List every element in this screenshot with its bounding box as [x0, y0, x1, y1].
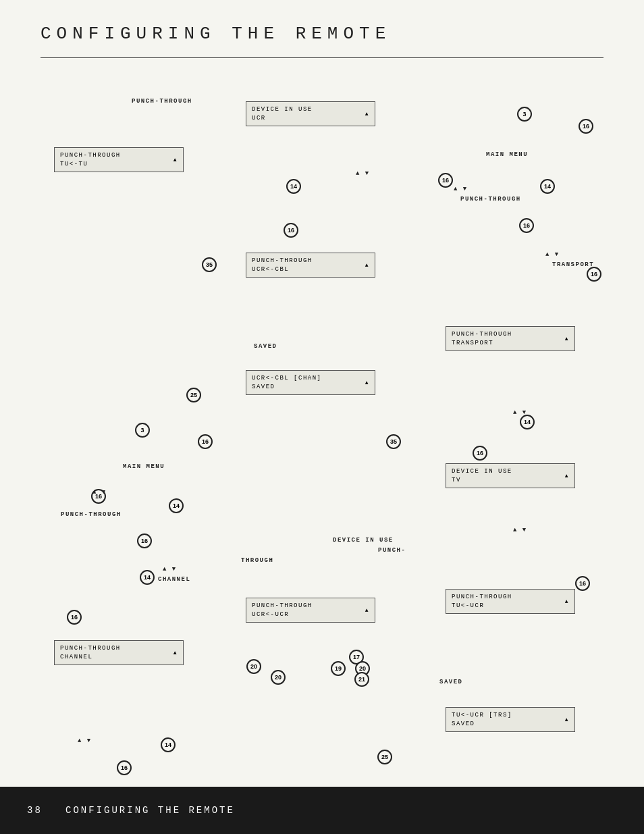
step-19-a: 19 — [331, 661, 346, 676]
step-21-a: 21 — [354, 672, 369, 687]
label-channel: CHANNEL — [158, 576, 190, 583]
label-device-in-use-c: DEVICE IN USE — [333, 537, 394, 544]
lcd-arrow-icon: ▲ — [365, 111, 369, 117]
step-16-c: 16 — [519, 218, 534, 233]
step-25-a: 25 — [186, 388, 201, 402]
lcd-device-in-use-tv: DEVICE IN USE TV ▲ — [446, 463, 575, 488]
lcd-punch-through-transport: PUNCH-THROUGH TRANSPORT ▲ — [446, 326, 575, 351]
step-35-a: 35 — [202, 257, 217, 272]
lcd-arrow-icon: ▲ — [365, 607, 369, 613]
label-updown-right3: ▲ ▼ — [513, 527, 527, 533]
label-updown-transport: ▲ ▼ — [545, 251, 560, 258]
step-16-a: 16 — [579, 119, 593, 134]
footer-page-number: 38 — [27, 805, 43, 816]
label-updown-right: ▲ ▼ — [454, 186, 468, 192]
step-14-e: 14 — [140, 570, 155, 585]
lcd-arrow-icon: ▲ — [565, 716, 569, 723]
label-punch-through-left: PUNCH-THROUGH — [61, 511, 122, 518]
label-updown-right2: ▲ ▼ — [513, 409, 527, 416]
step-3-a: 3 — [517, 107, 532, 122]
lcd-punch-through-channel: PUNCH-THROUGH CHANNEL ▲ — [54, 640, 184, 665]
label-through-c: THROUGH — [241, 557, 273, 564]
step-14-f: 14 — [161, 737, 176, 752]
step-16-e: 16 — [587, 267, 601, 282]
step-16-f: 16 — [198, 434, 213, 449]
label-main-menu-right: MAIN MENU — [486, 151, 528, 158]
lcd-punch-through-tu-tu: PUNCH-THROUGH TU<-TU ▲ — [54, 147, 184, 172]
lcd-arrow-icon: ▲ — [565, 598, 569, 604]
step-16-b: 16 — [438, 173, 453, 188]
footer-spacer — [43, 805, 65, 816]
lcd-punch-through-ucr-cbl: PUNCH-THROUGH UCR<-CBL ▲ — [246, 253, 375, 278]
step-14-c: 14 — [169, 498, 184, 513]
lcd-arrow-icon: ▲ — [173, 650, 178, 656]
footer-bar: 38 CONFIGURING THE REMOTE — [0, 787, 644, 834]
lcd-arrow-icon: ▲ — [565, 473, 569, 479]
page-title: CONFIGURING THE REMOTE — [41, 24, 391, 44]
lcd-arrow-icon: ▲ — [565, 336, 569, 342]
lcd-tu-ucr-trs-saved: TU<-UCR [TRS] SAVED ▲ — [446, 707, 575, 732]
step-14-d: 14 — [520, 415, 535, 429]
lcd-punch-through-tu-ucr: PUNCH-THROUGH TU<-UCR ▲ — [446, 589, 575, 614]
step-20-b: 20 — [271, 670, 286, 685]
label-transport: TRANSPORT — [552, 261, 594, 268]
label-main-menu-left: MAIN MENU — [123, 463, 165, 470]
page-content: CONFIGURING THE REMOTE DEVICE IN USE UCR… — [0, 0, 644, 800]
label-updown-bt: ▲ ▼ — [163, 566, 177, 573]
step-16-k: 16 — [575, 576, 590, 591]
label-updown-btleft: ▲ ▼ — [78, 737, 92, 744]
lcd-arrow-icon: ▲ — [365, 262, 369, 268]
step-20-a: 20 — [246, 659, 261, 674]
step-16-l: 16 — [117, 760, 132, 775]
label-updown-left2: ▲ ▼ — [92, 489, 107, 496]
lcd-arrow-icon: ▲ — [173, 157, 178, 163]
title-rule — [41, 57, 603, 58]
step-16-h: 16 — [137, 533, 152, 548]
lcd-device-in-use-ucr: DEVICE IN USE UCR ▲ — [246, 101, 375, 126]
lcd-punch-through-ucr-ucr: PUNCH-THROUGH UCR<-UCR ▲ — [246, 598, 375, 623]
step-3-b: 3 — [135, 423, 150, 438]
label-saved-right: SAVED — [439, 679, 463, 685]
label-saved-center: SAVED — [254, 343, 277, 350]
footer-title: CONFIGURING THE REMOTE — [65, 805, 235, 816]
step-14-b: 14 — [286, 179, 301, 194]
lcd-ucr-cbl-chan-saved: UCR<-CBL [CHAN] SAVED ▲ — [246, 370, 375, 395]
label-punch-through-top: PUNCH-THROUGH — [132, 98, 192, 105]
step-14-a: 14 — [540, 179, 555, 194]
step-35-b: 35 — [386, 434, 401, 449]
step-25-b: 25 — [377, 750, 392, 764]
label-punch-c: PUNCH- — [378, 547, 406, 554]
step-16-j: 16 — [67, 610, 82, 625]
step-16-d: 16 — [284, 223, 298, 238]
label-updown-center: ▲ ▼ — [356, 170, 370, 177]
step-16-i: 16 — [473, 446, 487, 461]
lcd-arrow-icon: ▲ — [365, 380, 369, 386]
label-punch-through-right: PUNCH-THROUGH — [460, 196, 521, 203]
